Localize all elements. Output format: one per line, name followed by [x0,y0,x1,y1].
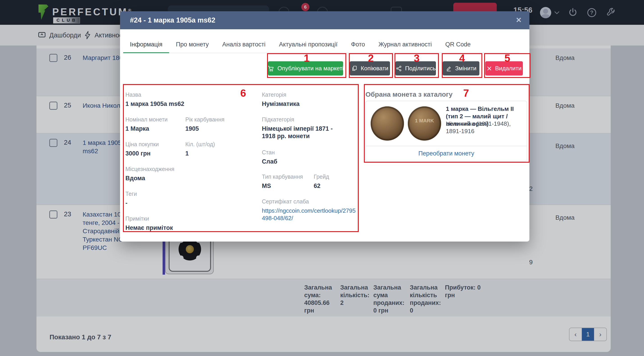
field-condition: Стан Слаб [262,149,277,165]
field-purchase-price: Ціна покупки 3000 грн [126,141,159,157]
field-grade: Грейд 62 [314,173,329,190]
close-icon[interactable]: ✕ [516,16,522,24]
coin-obverse-image [371,106,404,141]
edit-button[interactable]: Змінити [443,61,480,76]
tab-about-coin[interactable]: Про монету [169,37,216,53]
annotation-number-6: 6 [230,88,257,98]
copy-button[interactable]: Копіювати [350,61,390,76]
catalog-panel-title: Обрана монета з каталогу [366,91,452,98]
tab-value-analysis[interactable]: Аналіз вартості [216,37,272,53]
delete-x-icon [486,66,492,71]
reselect-coin-link[interactable]: Переобрати монету [366,146,527,161]
modal-titlebar: #24 - 1 марка 1905a ms62 ✕ [120,11,530,29]
modal-tabs: Інформація Про монету Аналіз вартості Ак… [123,37,520,53]
field-location: Місцезнаходження Вдома [126,166,174,182]
coin-details-modal: #24 - 1 марка 1905a ms62 ✕ Інформація Пр… [120,11,530,241]
field-quantity: Кіл. (шт/од) 1 [185,141,215,157]
tab-information[interactable]: Інформація [123,37,169,53]
field-slab-certificate: Сертифікат слаба https://ngccoin.com/cer… [262,198,356,222]
catalog-coin-card: 1 MARK 1 марка — Вільгельм II (тип 2 — м… [366,101,527,162]
share-icon [396,65,402,72]
field-denomination: Номінал монети 1 Марка [126,116,168,133]
cart-icon [268,65,274,72]
publish-to-market-button[interactable]: Опублікувати на маркеті [268,61,343,76]
field-mint-year: Рік карбування 1905 [185,116,224,133]
annotation-number-7: 7 [452,88,480,98]
field-subcategory: Підкатегорія Німецької імперії 1871 - 19… [262,116,341,140]
modal-title: #24 - 1 марка 1905a ms62 [130,16,215,24]
field-category: Категорія Нумізматика [262,92,300,108]
copy-icon [351,65,358,72]
coin-reverse-image: 1 MARK [408,106,441,141]
field-mint-type: Тип карбування MS [262,173,303,190]
certificate-link[interactable]: https://ngccoin.com/certlookup/2795498-0… [262,207,356,222]
tab-photo[interactable]: Фото [344,37,372,53]
edit-pen-icon [446,65,452,72]
tab-qr-code[interactable]: QR Code [438,37,477,53]
tab-current-offers[interactable]: Актуальні пропозиції [272,37,344,53]
catalog-coin-subtitle: Німеччина (1871-1948), 1891-1916 [446,120,524,135]
share-button[interactable]: Поділитись [396,61,436,76]
field-notes: Примітки Немає приміток [126,215,173,232]
field-tags: Теги - [126,191,137,207]
field-name: Назва 1 марка 1905a ms62 [126,92,184,108]
tab-activity-log[interactable]: Журнал активності [372,37,439,53]
delete-button[interactable]: Видалити [485,61,523,76]
